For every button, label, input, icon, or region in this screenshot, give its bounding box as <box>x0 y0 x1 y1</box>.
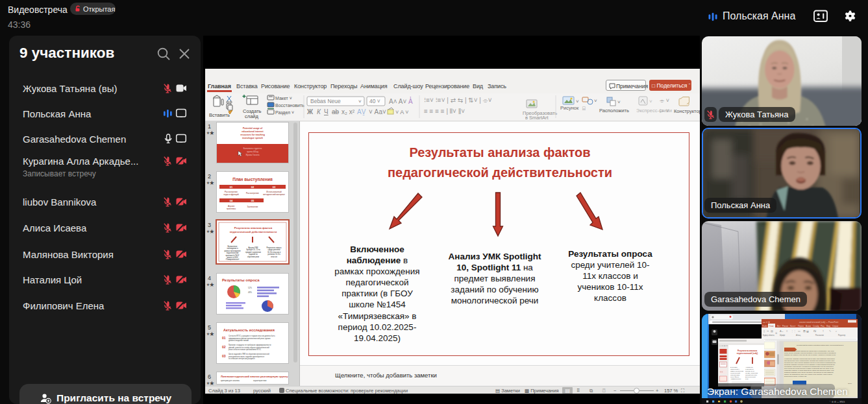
svg-text:АV̱: АV̱ <box>357 108 366 115</box>
svg-text:Жукова Татьяна: Жукова Татьяна <box>246 154 260 156</box>
svg-text:заданий по: заданий по <box>249 253 258 255</box>
svg-text:▯: ▯ <box>763 329 765 333</box>
svg-text:⌕: ⌕ <box>836 329 837 333</box>
svg-text:критерии для анализа: критерии для анализа <box>221 379 240 382</box>
svg-text:Расположить: Расположить <box>599 108 629 113</box>
svg-text:Анализ УМК: Анализ УМК <box>745 366 754 368</box>
svg-text:Результаты анализа фактов: Результаты анализа фактов <box>234 226 273 230</box>
svg-text:характеристики: характеристики <box>253 379 267 382</box>
svg-text:Прежние стандарты не требовали: Прежние стандарты не требовали сформиров… <box>229 344 271 346</box>
svg-text:Файл: Файл <box>762 324 767 327</box>
svg-text:Рец: Рец <box>821 324 825 327</box>
svg-text:уровень владения низкий: уровень владения низкий <box>229 339 249 342</box>
svg-text:Вставить: Вставить <box>209 112 230 118</box>
svg-text:Включенное: Включенное <box>228 245 238 248</box>
svg-text:Заключение: Заключение <box>247 206 258 208</box>
svg-text:is known that the modern educa: is known that the modern education syste… <box>797 344 844 346</box>
svg-text:монологической: монологической <box>745 376 756 377</box>
svg-text:Spotlight 10, 11 на: Spotlight 10, 11 на <box>246 248 260 251</box>
svg-text:педагогической: педагогической <box>730 372 741 374</box>
svg-text:˅: ˅ <box>594 98 597 104</box>
svg-text:⌃ 🕀 ⚙ ▭ ENG: ⌃ 🕀 ⚙ ▭ ENG <box>829 401 845 403</box>
svg-text:методический материал: методический материал <box>263 193 285 196</box>
svg-text:˅ Аа˅: ˅ Аа˅ <box>369 108 386 115</box>
svg-text:▤: ▤ <box>771 329 773 333</box>
svg-text:educational internet: educational internet <box>242 130 264 133</box>
svg-text:группы 401ад: группы 401ад <box>247 150 258 153</box>
svg-text:Результаты опроса: Результаты опроса <box>267 246 282 249</box>
svg-text:Лингвометодический анализ разг: Лингвометодический анализ разговорную гр… <box>221 375 288 378</box>
svg-text:˅: ˅ <box>649 99 652 104</box>
svg-text:and has become more communicat: and has become more communicative: Engli… <box>784 360 835 361</box>
svg-text:В условиях: В условиях <box>730 366 738 368</box>
svg-text:52%: 52% <box>248 287 252 289</box>
svg-text:Актуальность исследования: Актуальность исследования <box>223 328 275 332</box>
svg-text:практики ГБОУ: практики ГБОУ <box>730 374 740 375</box>
svg-text:Макет ˅: Макет ˅ <box>275 96 292 101</box>
svg-text:«Тимирязевская»: «Тимирязевская» <box>225 258 240 261</box>
svg-text:Рассмотрение: Рассмотрение <box>246 192 259 195</box>
svg-text:A⌄: A⌄ <box>780 329 784 333</box>
svg-text:✎: ✎ <box>829 329 831 333</box>
svg-text:школе №1454: школе №1454 <box>227 256 238 259</box>
svg-text:01: 01 <box>222 336 226 340</box>
svg-text:задач и функций: задач и функций <box>223 193 239 196</box>
svg-text:competitive strategy in which: competitive strategy in which students a… <box>784 370 834 371</box>
svg-text:Рисунок: Рисунок <box>560 105 579 111</box>
svg-text:обучению речи: обучению речи <box>247 255 260 258</box>
svg-text:школе №1454: школе №1454 <box>730 376 739 377</box>
svg-text:Согласно ФГОС у учащихся старш: Согласно ФГОС у учащихся старших классов… <box>229 335 275 337</box>
svg-text:resources for teaching: resources for teaching <box>240 134 265 136</box>
svg-text:Шрифт: Шрифт <box>780 334 786 337</box>
svg-text:Вст: Вст <box>777 324 781 327</box>
svg-text:Анализ УМК: Анализ УМК <box>249 246 258 249</box>
svg-text:Аним: Аним <box>806 324 811 327</box>
svg-text:практики (в ГБОУ: практики (в ГБОУ <box>225 254 239 257</box>
svg-text:К: К <box>317 108 321 115</box>
svg-text:increasingly learning part. It: increasingly learning part. It is diffic… <box>784 366 834 367</box>
svg-text:Буфер обмена: Буфер обмена <box>763 334 775 337</box>
svg-text:речи согласно новым требования: речи согласно новым требованиям ФГОС <box>229 348 261 351</box>
svg-text:▭: ▭ <box>798 329 800 333</box>
svg-text:Число заданий в УМК по обучени: Число заданий в УМК по обучению монологи… <box>229 353 269 355</box>
svg-text:предмет выявления: предмет выявления <box>745 372 758 374</box>
svg-text:Ч: Ч <box>324 108 329 115</box>
svg-text:01: 01 <box>230 185 233 189</box>
svg-text:prevalent: they have learned ": prevalent: they have learned "English ev… <box>784 362 836 363</box>
svg-text:03: 03 <box>273 185 276 189</box>
svg-text:ab: ab <box>332 108 340 115</box>
svg-text:заданий обучению: заданий обучению <box>745 374 757 375</box>
svg-text:педагогической (subj): педагогической (subj) <box>737 352 758 355</box>
svg-text:наблюдение в: наблюдение в <box>227 247 238 250</box>
svg-text:monologue speech: monologue speech <box>242 137 263 139</box>
svg-text:Вид: Вид <box>826 324 830 327</box>
svg-text:рамках прохождения: рамках прохождения <box>730 370 743 372</box>
svg-text:педагогической: педагогической <box>227 252 239 254</box>
svg-text:40 ˅: 40 ˅ <box>369 98 380 104</box>
svg-text:Potential usage of: Potential usage of <box>243 127 263 130</box>
svg-text:˅: ˅ <box>358 99 362 104</box>
svg-text:Bebas Neue: Bebas Neue <box>310 98 341 104</box>
svg-text:were paying job needs and more: were paying job needs and more feasible … <box>784 368 834 369</box>
svg-text:02: 02 <box>222 345 226 349</box>
svg-text:▪ ▪ ▪ ▪ ▪ ▪ ▪ ▪ ▪ ▪ ▪ ▪ ▪ ▪ ▪: ▪ ▪ ▪ ▪ ▪ ▪ ▪ ▪ ▪ ▪ ▪ ▪ ▪ ▪ ▪ ▪ ▪ ▪ ▪ ▪ … <box>765 339 799 340</box>
svg-text:04: 04 <box>230 199 233 202</box>
svg-text:проблемы: проблемы <box>227 208 236 210</box>
svg-text:⌸: ⌸ <box>582 106 586 112</box>
svg-text:🗘: 🗘 <box>813 329 816 333</box>
svg-text:слайд: слайд <box>245 113 258 119</box>
svg-text:анализ новой итоговой (subj) —: анализ новой итоговой (subj) — PowerPoin… <box>799 320 838 323</box>
svg-text:⌲ ˅: ⌲ ˅ <box>660 108 669 114</box>
svg-text:Рисов: Рисов <box>782 324 788 327</box>
svg-text:сформированы умения монологиче: сформированы умения монологической речи,… <box>229 337 271 340</box>
svg-text:План выступления: План выступления <box>232 177 273 182</box>
svg-text:Абзац: Абзац <box>796 334 801 337</box>
svg-text:умений, учителя не готовы обуч: умений, учителя не готовы обучать моноло… <box>229 346 269 349</box>
svg-text:речи довольно мало, задания од: речи довольно мало, задания однообразны … <box>229 355 264 358</box>
svg-text:05: 05 <box>251 199 254 202</box>
svg-text:10-11х классов и: 10-11х классов и <box>267 251 281 254</box>
svg-text:среди учителей: среди учителей <box>268 248 280 251</box>
svg-text:≡ ≡ ≡ ≡ | ⫴˅ ⫼˅: ≡ ≡ ≡ ≡ | ⫴˅ ⫼˅ <box>424 108 465 115</box>
svg-text:Восстановить: Восстановить <box>275 103 304 108</box>
svg-text:не отвечают интересам учащихся: не отвечают интересам учащихся <box>229 358 255 360</box>
